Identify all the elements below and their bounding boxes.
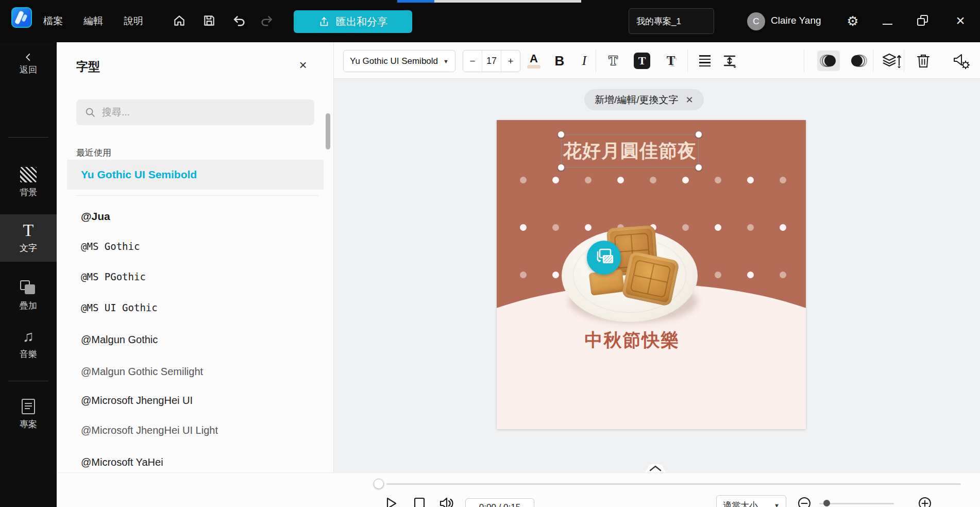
selection-handle[interactable] <box>695 131 702 138</box>
fade-in-button[interactable] <box>817 50 840 71</box>
font-item[interactable]: @Malgun Gothic <box>81 334 158 346</box>
close-window-button[interactable]: × <box>951 11 970 30</box>
font-item[interactable]: @Microsoft JhengHei UI <box>81 395 193 407</box>
font-item[interactable]: @Microsoft YaHei <box>81 457 163 468</box>
chevron-up-icon[interactable] <box>649 465 662 471</box>
selection-handle[interactable] <box>557 164 565 171</box>
scrubber-track[interactable] <box>386 483 961 485</box>
bold-button[interactable]: B <box>549 50 570 71</box>
zoom-slider-knob[interactable] <box>823 500 830 506</box>
volume-icon[interactable] <box>439 497 454 507</box>
font-item-selected[interactable]: Yu Gothic UI Semibold <box>67 160 324 190</box>
polka-dot <box>780 177 786 183</box>
stop-button[interactable] <box>413 497 426 507</box>
font-size-decrease-button[interactable]: − <box>463 50 482 72</box>
save-icon[interactable] <box>201 12 217 29</box>
polka-dot <box>682 224 689 231</box>
toolbar-divider <box>804 49 804 72</box>
font-item[interactable]: @MS PGothic <box>81 271 146 282</box>
polka-dot <box>780 224 786 231</box>
text-stroke-button[interactable]: T <box>603 50 623 71</box>
font-item[interactable]: @Malgun Gothic Semilight <box>81 366 203 378</box>
replace-media-icon <box>594 248 614 267</box>
settings-gear-icon[interactable]: ⚙ <box>844 12 861 30</box>
avatar[interactable]: C <box>747 12 765 30</box>
sidebar-item-label: 音樂 <box>20 348 37 360</box>
export-share-label: 匯出和分享 <box>336 15 387 29</box>
text-stroke-glyph: T <box>609 54 618 68</box>
delete-button[interactable] <box>912 50 935 71</box>
zoom-in-button[interactable] <box>918 497 932 507</box>
menu-edit[interactable]: 編輯 <box>83 14 103 28</box>
panel-title: 字型 <box>76 59 100 75</box>
font-size-value[interactable]: 17 <box>482 50 501 72</box>
font-size-increase-button[interactable]: + <box>501 50 520 72</box>
polka-dot <box>682 177 689 183</box>
selection-handle[interactable] <box>695 164 702 171</box>
zoom-fit-dropdown[interactable]: 適當大小 ▼ <box>716 495 786 507</box>
greeting-text[interactable]: 中秋節快樂 <box>497 328 768 352</box>
font-family-dropdown[interactable]: Yu Gothic UI Semibold ▼ <box>343 50 455 72</box>
titlebar: 檔案 編輯 說明 <box>0 0 980 42</box>
menu-help[interactable]: 說明 <box>124 14 143 28</box>
sidebar-item-back[interactable]: 返回 <box>0 53 57 76</box>
timecode-display: 0:00 / 0:15 <box>465 498 534 507</box>
restore-window-button[interactable] <box>915 13 931 29</box>
preview-stage: 新增/編輯/更換文字 ✕ <box>334 79 980 472</box>
sidebar-item-project[interactable]: 專案 <box>0 399 57 430</box>
canvas-title-text: 花好月圓佳節夜 <box>563 139 697 164</box>
selected-text-element[interactable]: 花好月圓佳節夜 <box>561 134 699 167</box>
app-logo[interactable] <box>11 7 32 28</box>
arrange-layers-button[interactable] <box>881 50 904 71</box>
design-canvas[interactable]: 花好月圓佳節夜 中秋節快樂 <box>497 120 806 429</box>
polka-dot <box>747 177 754 183</box>
polka-dot <box>520 224 527 231</box>
text-toolbar: Yu Gothic UI Semibold ▼ − 17 + A B I T T… <box>334 42 980 79</box>
text-shadow-glyph: T <box>667 54 675 68</box>
align-justify-button[interactable] <box>695 50 715 71</box>
speaker-gear-icon <box>952 53 971 69</box>
minimize-button[interactable] <box>880 13 895 29</box>
polka-dot <box>552 272 559 278</box>
panel-scrollbar[interactable] <box>326 113 330 149</box>
sidebar-item-text[interactable]: T 文字 <box>0 223 57 254</box>
replace-media-button[interactable] <box>587 241 621 275</box>
player-bar: 0:00 / 0:15 適當大小 ▼ <box>57 472 980 507</box>
fade-out-button[interactable] <box>847 50 870 71</box>
play-button[interactable] <box>385 497 398 507</box>
hint-text: 新增/編輯/更換文字 <box>595 93 679 107</box>
font-item[interactable]: @Microsoft JhengHei UI Light <box>81 425 218 436</box>
italic-button[interactable]: I <box>574 50 595 71</box>
panel-close-icon[interactable]: × <box>295 57 311 73</box>
font-item[interactable]: @Jua <box>81 210 110 223</box>
font-item[interactable]: @MS UI Gothic <box>81 302 158 313</box>
line-spacing-button[interactable] <box>719 50 740 71</box>
font-item[interactable]: @MS Gothic <box>81 241 140 252</box>
font-color-button[interactable]: A <box>523 50 544 71</box>
hint-close-icon[interactable]: ✕ <box>686 94 694 106</box>
sidebar-item-overlay[interactable]: 疊加 <box>0 280 57 312</box>
sidebar-item-music[interactable]: ♫ 音樂 <box>0 329 57 360</box>
search-box[interactable] <box>76 99 314 125</box>
home-icon[interactable] <box>171 12 188 29</box>
zoom-slider-track[interactable] <box>819 503 894 504</box>
scrubber-knob[interactable] <box>374 479 384 489</box>
polka-dot <box>552 177 559 183</box>
sidebar-item-background[interactable]: 背景 <box>0 167 57 198</box>
redo-icon[interactable] <box>259 12 275 29</box>
selected-font-name: Yu Gothic UI Semibold <box>81 168 197 181</box>
export-share-button[interactable]: 匯出和分享 <box>294 10 412 33</box>
text-shadow-button[interactable]: T <box>661 50 681 71</box>
search-input[interactable] <box>102 107 298 118</box>
undo-icon[interactable] <box>231 12 247 29</box>
selection-handle[interactable] <box>557 131 565 138</box>
menu-file[interactable]: 檔案 <box>43 14 63 28</box>
project-name-input[interactable] <box>629 8 714 34</box>
polka-dot <box>747 224 754 231</box>
text-background-button[interactable]: T <box>632 50 652 71</box>
music-note-icon: ♫ <box>23 329 35 344</box>
polka-dot <box>520 272 527 278</box>
text-to-speech-button[interactable] <box>950 50 973 71</box>
polka-dot <box>715 224 721 231</box>
zoom-out-button[interactable] <box>798 497 811 507</box>
